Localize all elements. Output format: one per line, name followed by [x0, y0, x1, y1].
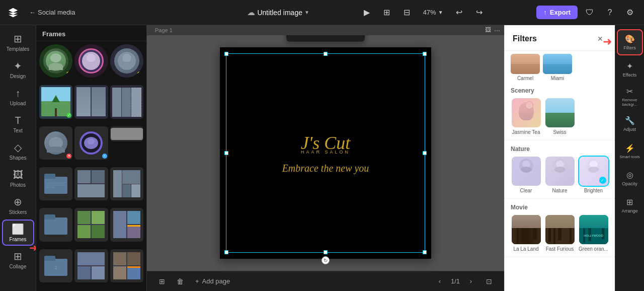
export-icon: ↑	[543, 9, 547, 16]
filter-thumb-la-la-land	[512, 215, 541, 244]
panel-header: Frames	[36, 25, 146, 41]
more-button[interactable]: ···	[346, 35, 360, 39]
right-icon-smart-tools[interactable]: ⚡ Smart tools	[617, 138, 643, 164]
play-button[interactable]: ▶	[359, 5, 375, 21]
zoom-level: 47%	[423, 9, 436, 16]
templates-icon: ⊞	[14, 33, 22, 45]
floating-toolbar: ⊡ ⇄ ⊞ ···	[286, 35, 365, 42]
right-icon-filters[interactable]: 🎨 Filters ➜	[617, 29, 643, 55]
filters-header: Filters ✕	[505, 25, 615, 51]
effects-label: Effects	[623, 72, 636, 78]
frame-item-landscape-1[interactable]: ✓	[39, 85, 72, 118]
sidebar-item-design[interactable]: ✦ Design	[2, 56, 34, 83]
salon-branding: J's Cut HAAR SALON	[301, 132, 351, 155]
nature-section-title: Nature	[511, 146, 609, 153]
filter-item-clear[interactable]: Clear	[511, 157, 541, 193]
redo-button[interactable]: ↪	[471, 5, 488, 21]
frame-item-layout-1[interactable]	[74, 167, 108, 200]
settings-icon[interactable]: ⚙	[622, 5, 638, 21]
frame-item-layout-3[interactable]	[74, 208, 108, 241]
undo-button[interactable]: ↩	[451, 5, 467, 21]
help-icon[interactable]: ?	[602, 5, 618, 21]
sidebar-item-photos[interactable]: 🖼 Photos	[2, 165, 34, 191]
sidebar-item-templates[interactable]: ⊞ Templates	[2, 29, 34, 55]
adjust-label: Adjust	[623, 127, 636, 132]
copy-button[interactable]: ⊞	[328, 35, 342, 39]
frame-item-wide-bar[interactable]	[110, 126, 143, 141]
frame-item-triple[interactable]	[110, 85, 143, 118]
panel-title: Frames	[42, 30, 65, 38]
grid-view-button[interactable]: ⊞	[379, 5, 395, 21]
filters-title: Filters	[513, 34, 537, 43]
frame-item-layout-4[interactable]	[110, 208, 143, 241]
add-page-button[interactable]: + Add page	[191, 274, 234, 288]
sidebar-item-label: Design	[10, 74, 26, 79]
red-arrow-indicator: ➜	[29, 242, 37, 254]
back-label: Social media	[38, 9, 75, 16]
sidebar-item-label: Stickers	[9, 209, 27, 215]
frame-item-circle-green[interactable]: ★	[39, 44, 72, 78]
back-button[interactable]: ← Social media	[26, 7, 78, 18]
expand-button[interactable]: ⊡	[482, 274, 496, 288]
delete-button[interactable]: 🗑	[173, 274, 187, 288]
filter-item-miami[interactable]: Miami	[543, 54, 572, 81]
sidebar-item-label: Shapes	[10, 155, 27, 161]
zoom-control[interactable]: 47% ▼	[419, 7, 447, 18]
frame-item-circle-outline[interactable]: +	[74, 126, 108, 160]
frame-item-double[interactable]	[74, 85, 108, 118]
text-icon: T	[15, 115, 21, 126]
filter-item-carmel[interactable]: Carmel	[511, 54, 540, 81]
sidebar-item-stickers[interactable]: ⊕ Stickers	[2, 192, 34, 219]
prev-page-button[interactable]: ‹	[434, 275, 446, 287]
filter-item-green-orange[interactable]: HOLLYWOOD Green oran...	[578, 215, 609, 252]
app-logo[interactable]	[6, 6, 20, 20]
filter-item-brighten[interactable]: ✓ Brighten	[578, 157, 609, 193]
filter-item-fast-furious[interactable]: Fast Furious	[544, 215, 575, 252]
page-options-menu[interactable]: ···	[494, 26, 500, 34]
salon-subtitle: HAAR SALON	[301, 150, 351, 155]
shield-icon[interactable]: 🛡	[582, 5, 598, 21]
sidebar-item-text[interactable]: T Text	[2, 111, 34, 137]
frame-item-circle-gray[interactable]: ★	[110, 44, 143, 78]
add-page-label: Add page	[202, 277, 230, 285]
right-icon-effects[interactable]: ✦ Effects	[617, 56, 643, 83]
sidebar-item-frames[interactable]: ➜ ⬜ Frames	[2, 220, 34, 246]
frame-item-folder-2[interactable]	[39, 208, 72, 241]
filter-thumb-jasmine-tea	[512, 98, 541, 127]
sidebar-item-label: Photos	[10, 182, 26, 188]
frame-item-layout-2[interactable]	[110, 167, 143, 200]
frame-item-folder-3[interactable]: ↓	[39, 249, 72, 282]
frame-item-circle-small[interactable]: ✕	[39, 126, 72, 160]
filter-label-green-orange: Green oran...	[579, 246, 608, 252]
grid-toggle-button[interactable]: ⊞	[155, 274, 169, 288]
frame-item-layout-5[interactable]	[74, 249, 108, 282]
sidebar-chevron-down[interactable]: ⌄	[2, 278, 34, 291]
frames-panel: Frames ★	[36, 25, 147, 291]
canvas-area: Page 1 🖼 ··· J's Cut HAAR SALON Embrace …	[147, 25, 504, 291]
sidebar-item-upload[interactable]: ↑ Upload	[2, 84, 34, 110]
frame-item-folder[interactable]	[39, 167, 72, 200]
topbar-right-actions: ↑ Export 🛡 ? ⚙	[536, 5, 638, 21]
filter-section-nature: Nature Clear	[505, 140, 615, 199]
filter-item-swiss[interactable]: Swiss	[544, 98, 575, 135]
filter-item-la-la-land[interactable]: La La Land	[511, 215, 541, 252]
right-icon-opacity[interactable]: ◎ Opacity	[617, 165, 643, 191]
canvas-frame[interactable]: J's Cut HAAR SALON Embrace the new you ↻	[220, 47, 431, 259]
right-icon-remove-bg[interactable]: ✂ Remove backgr...	[617, 84, 643, 110]
filter-label-nature: Nature	[552, 188, 567, 193]
filter-item-jasmine-tea[interactable]: Jasmine Tea	[511, 98, 541, 135]
frame-item-layout-6[interactable]	[110, 249, 143, 282]
export-button[interactable]: ↑ Export	[536, 6, 578, 19]
frame-item-circle-pink[interactable]	[74, 44, 108, 78]
right-icon-adjust[interactable]: 🔧 Adjust	[617, 111, 643, 137]
swap-button[interactable]: ⇄	[309, 35, 324, 39]
crop-button[interactable]: ⊡	[291, 35, 305, 39]
layout-button[interactable]: ⊟	[399, 5, 415, 21]
next-page-button[interactable]: ›	[465, 275, 477, 287]
photos-icon: 🖼	[13, 169, 23, 181]
filters-panel-icon: 🎨	[625, 34, 635, 44]
right-icon-arrange[interactable]: ⊞ Arrange	[617, 192, 643, 219]
document-title-area[interactable]: ☁ Page 1 Untitled image ▼	[247, 8, 309, 17]
filter-item-nature[interactable]: Nature	[544, 157, 575, 193]
sidebar-item-shapes[interactable]: ◇ Shapes	[2, 138, 34, 164]
